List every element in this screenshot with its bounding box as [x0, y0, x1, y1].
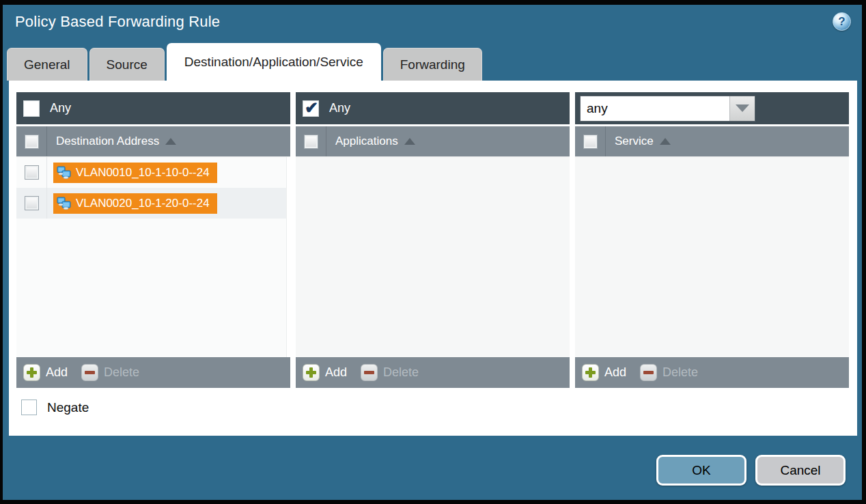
panel-columns: Any Destination Address — [16, 92, 849, 388]
service-dropdown-bar: any — [575, 92, 849, 124]
destination-address-panel: Any Destination Address — [16, 92, 290, 388]
add-button[interactable]: Add — [23, 364, 68, 381]
help-icon[interactable]: ? — [833, 12, 851, 31]
sort-asc-icon — [660, 138, 671, 145]
service-list — [575, 156, 849, 357]
scrollbar-track[interactable] — [286, 157, 290, 357]
negate-label: Negate — [47, 400, 89, 415]
negate-checkbox[interactable] — [21, 400, 37, 415]
row-checkbox[interactable] — [25, 165, 39, 180]
address-object-chip[interactable]: VLAN0020_10-1-20-0--24 — [53, 193, 217, 214]
applications-header-label-cell[interactable]: Applications — [326, 135, 415, 148]
destination-select-all-checkbox[interactable] — [25, 135, 39, 149]
dialog-title: Policy Based Forwarding Rule — [15, 13, 220, 31]
table-row[interactable]: VLAN0020_10-1-20-0--24 — [16, 188, 290, 219]
policy-based-forwarding-dialog: Policy Based Forwarding Rule ? General S… — [0, 0, 866, 504]
table-row[interactable]: VLAN0010_10-1-10-0--24 — [16, 157, 290, 188]
cancel-button[interactable]: Cancel — [755, 455, 846, 486]
tab-forwarding[interactable]: Forwarding — [383, 48, 482, 81]
service-dropdown-value: any — [581, 96, 729, 121]
service-toolbar: Add Delete — [575, 357, 849, 388]
minus-icon — [361, 364, 378, 381]
applications-panel: Any Applications Add — [296, 92, 570, 388]
delete-button[interactable]: Delete — [361, 364, 419, 381]
row-checkbox[interactable] — [25, 196, 39, 210]
destination-header-label-cell[interactable]: Destination Address — [47, 135, 176, 148]
applications-header-label: Applications — [335, 135, 398, 148]
dialog-actions: OK Cancel — [656, 455, 846, 486]
plus-icon — [582, 364, 599, 381]
tab-destination-application-service[interactable]: Destination/Application/Service — [167, 43, 381, 81]
sort-asc-icon — [165, 138, 176, 145]
applications-list — [296, 156, 570, 357]
service-column-header: Service — [575, 126, 849, 156]
tab-bar: General Source Destination/Application/S… — [3, 39, 862, 81]
delete-button[interactable]: Delete — [640, 364, 698, 381]
destination-any-checkbox[interactable] — [23, 100, 40, 117]
applications-column-header: Applications — [296, 126, 570, 156]
network-computers-icon — [57, 197, 71, 210]
address-object-label: VLAN0020_10-1-20-0--24 — [76, 197, 210, 210]
tab-content: Any Destination Address — [9, 81, 857, 436]
service-dropdown-button[interactable] — [729, 96, 755, 121]
service-panel: any Service — [575, 92, 849, 388]
ok-button[interactable]: OK — [656, 455, 746, 486]
plus-icon — [303, 364, 320, 381]
destination-column-header: Destination Address — [16, 126, 290, 156]
applications-toolbar: Add Delete — [296, 357, 570, 388]
add-button[interactable]: Add — [303, 364, 347, 381]
applications-select-all-checkbox[interactable] — [304, 135, 318, 149]
negate-option: Negate — [21, 400, 849, 415]
minus-icon — [81, 364, 98, 381]
delete-button[interactable]: Delete — [81, 364, 139, 381]
dialog-titlebar: Policy Based Forwarding Rule ? — [3, 5, 862, 39]
service-header-label-cell[interactable]: Service — [606, 135, 671, 148]
tab-source[interactable]: Source — [89, 48, 165, 81]
chevron-down-icon — [736, 104, 749, 112]
minus-icon — [640, 364, 657, 381]
destination-any-bar: Any — [16, 92, 290, 124]
applications-any-bar: Any — [296, 92, 570, 124]
address-object-chip[interactable]: VLAN0010_10-1-10-0--24 — [53, 163, 217, 183]
service-dropdown[interactable]: any — [580, 96, 755, 122]
plus-icon — [23, 364, 40, 381]
service-header-label: Service — [615, 135, 654, 148]
destination-toolbar: Add Delete — [16, 357, 290, 388]
destination-any-label: Any — [50, 101, 71, 115]
destination-list: VLAN0010_10-1-10-0--24 — [16, 156, 290, 357]
tab-general[interactable]: General — [7, 48, 87, 81]
applications-any-checkbox[interactable] — [303, 100, 319, 117]
sort-asc-icon — [404, 138, 415, 145]
destination-header-label: Destination Address — [56, 135, 159, 148]
applications-any-label: Any — [329, 101, 350, 115]
network-computers-icon — [57, 166, 71, 179]
add-button[interactable]: Add — [582, 364, 626, 381]
service-select-all-checkbox[interactable] — [583, 135, 598, 149]
address-object-label: VLAN0010_10-1-10-0--24 — [76, 166, 210, 180]
